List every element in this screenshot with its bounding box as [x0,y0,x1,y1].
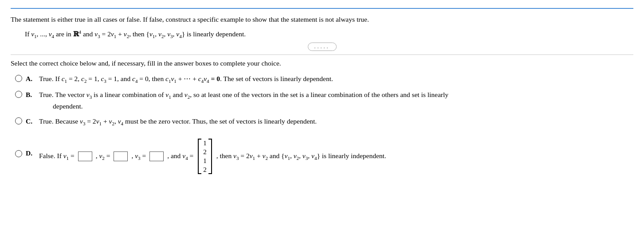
problem-statement: The statement is either true in all case… [11,14,633,24]
if-statement: If v1, ..., v4 are in ℝ4 and v3 = 2v1 + … [25,28,633,41]
v3-input[interactable] [149,151,164,161]
v1-input[interactable] [78,151,92,161]
v2-input[interactable] [114,151,128,161]
matrix-val-3: 1 [203,157,207,165]
option-a-radio[interactable] [15,75,22,82]
matrix-val-4: 2 [203,166,207,174]
select-instruction: Select the correct choice below and, if … [11,59,633,67]
option-a-text: True. If c1 = 2, c2 = 1, c3 = 1, and c4 … [39,74,633,85]
option-c-label: C. [26,116,35,127]
option-c-radio[interactable] [15,117,22,124]
option-d-v4-label: , and v4 = [167,151,193,162]
option-b-text: True. The vector v3 is a linear combinat… [39,89,633,112]
option-c-row: C. True. Because v3 = 2v1 + v2, v4 must … [15,116,633,128]
option-d-v3-label: , v3 = [131,151,146,162]
option-b-label: B. [26,89,35,100]
matrix-left-bracket [198,139,201,174]
option-b-row: B. True. The vector v3 is a linear combi… [15,89,633,112]
option-d-suffix: , then v3 = 2v1 + v2 and {v1, v2, v3, v4… [216,151,386,162]
matrix-val-1: 1 [203,139,207,147]
matrix-val-2: 2 [203,148,207,156]
option-a-row: A. True. If c1 = 2, c2 = 1, c3 = 1, and … [15,74,633,85]
option-d-v2-label: , v2 = [96,151,110,162]
matrix-right-bracket [208,139,212,174]
matrix-v4: 1 2 1 2 [198,139,212,174]
dots-separator: ..... [11,43,633,51]
matrix-values: 1 2 1 2 [203,139,207,174]
option-d-radio[interactable] [15,150,22,157]
option-b-radio[interactable] [15,91,22,98]
options-list: A. True. If c1 = 2, c2 = 1, c3 = 1, and … [15,74,633,174]
option-a-label: A. [26,74,35,84]
option-d-label: D. [26,148,35,159]
option-d-text: False. If v1 = , v2 = , v3 = , and v4 = … [39,132,633,174]
divider [11,54,633,55]
top-border [11,8,633,9]
option-d-false-prefix: False. If v1 = [39,151,75,162]
option-c-text: True. Because v3 = 2v1 + v2, v4 must be … [39,116,633,128]
option-d-row: D. False. If v1 = , v2 = , v3 = , and v4… [15,132,633,174]
